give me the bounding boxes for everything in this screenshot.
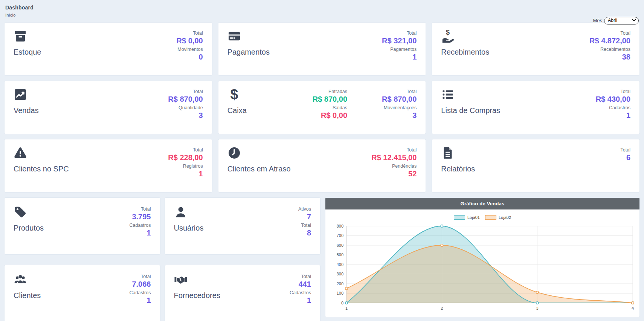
- stat-label: Total: [371, 147, 417, 153]
- card-title: Fornecedores: [174, 291, 220, 300]
- stat-value: R$ 870,00: [313, 95, 347, 104]
- stat-label: Movimentações: [384, 105, 417, 111]
- legend-item-loja02[interactable]: Loja02: [485, 215, 511, 220]
- stat-value: R$ 321,00: [382, 36, 417, 46]
- stat-label: Total: [132, 206, 151, 212]
- stat-column: TotalR$ 228,00Registros1: [168, 146, 203, 179]
- stat-value: 38: [600, 52, 630, 62]
- card-lista-de-compras[interactable]: Lista de ComprasTotalR$ 430,00Cadastros1: [432, 81, 639, 134]
- stat-label: Saídas: [321, 105, 347, 111]
- stat: Registros1: [183, 162, 203, 179]
- stat-value: 52: [392, 169, 417, 179]
- card-title: Usuários: [174, 224, 204, 232]
- stat-label: Total: [621, 147, 630, 153]
- chart-svg: 01002003004005006007008001234: [329, 222, 636, 315]
- stat-label: Pendências: [392, 163, 417, 169]
- stat-label: Total: [589, 30, 630, 36]
- card-stats: TotalR$ 228,00Registros1: [168, 146, 203, 185]
- stat-label: Cadastros: [130, 222, 151, 228]
- stat-label: Total: [168, 147, 203, 153]
- stat-label: Registros: [183, 163, 203, 169]
- stat: Cadastros1: [290, 289, 311, 305]
- stat: TotalR$ 321,00: [382, 29, 417, 46]
- stat-column: TotalR$ 321,00Pagamentos1: [382, 29, 417, 62]
- card-left: Vendas: [14, 88, 39, 127]
- stat: TotalR$ 12.415,00: [371, 146, 417, 162]
- stat-value: R$ 4.872,00: [589, 36, 630, 46]
- stat-value: R$ 870,00: [168, 95, 203, 104]
- card-left: $Caixa: [227, 88, 247, 127]
- stat-label: Pagamentos: [390, 46, 417, 52]
- card-stats: TotalR$ 4.872,00Recebimentos38: [589, 29, 630, 69]
- card-left: Usuários: [174, 205, 204, 247]
- card-clientes[interactable]: ClientesTotal7.066Cadastros1: [5, 265, 160, 321]
- legend-label: Loja02: [499, 215, 511, 220]
- stat: Cadastros1: [130, 289, 151, 305]
- handshake-icon: [174, 273, 188, 286]
- stat-column: Total7.066Cadastros1: [130, 273, 151, 305]
- card-left: Pagamentos: [227, 29, 270, 69]
- card-title: Clientes: [14, 291, 41, 300]
- stat: Quantidade3: [179, 104, 203, 120]
- card-left: Clientes no SPC: [14, 146, 69, 185]
- card-stats: TotalR$ 430,00Cadastros1: [596, 88, 630, 127]
- stat: TotalR$ 870,00: [382, 88, 417, 104]
- card-title: Produtos: [14, 224, 44, 232]
- stat-column: Total3.795Cadastros1: [130, 205, 151, 238]
- stat-label: Total: [177, 30, 203, 36]
- card-title: Caixa: [227, 106, 247, 115]
- legend-swatch: [454, 215, 465, 220]
- stat: Total7.066: [132, 273, 151, 289]
- stat: Recebimentos38: [600, 46, 630, 62]
- card-pagamentos[interactable]: PagamentosTotalR$ 321,00Pagamentos1: [218, 23, 426, 75]
- svg-text:600: 600: [337, 243, 343, 248]
- stat: TotalR$ 870,00: [168, 88, 203, 104]
- chart-line-icon: [14, 88, 27, 101]
- stat-value: 1: [130, 228, 151, 238]
- stat-value: R$ 870,00: [382, 95, 417, 104]
- stat-label: Total: [168, 89, 203, 95]
- chart-title: Gráfico de Vendas: [325, 198, 639, 209]
- card-caixa[interactable]: $CaixaEntradasR$ 870,00SaídasR$ 0,00Tota…: [218, 81, 426, 134]
- stat-value: 1: [390, 52, 417, 62]
- sales-area-chart: 01002003004005006007008001234: [329, 222, 636, 316]
- stat-column: TotalR$ 0,00Movimentos0: [177, 29, 203, 62]
- card-left: Lista de Compras: [441, 88, 500, 127]
- card-title: Estoque: [14, 48, 41, 57]
- card-title: Recebimentos: [441, 48, 489, 57]
- stat: TotalR$ 0,00: [177, 29, 203, 46]
- card-stats: Total441Cadastros1: [290, 273, 311, 314]
- card-relatorios[interactable]: RelatóriosTotal6: [432, 139, 639, 192]
- stat-label: Total: [301, 222, 311, 228]
- chart-legend: Loja01Loja02: [329, 214, 636, 221]
- card-recebimentos[interactable]: $RecebimentosTotalR$ 4.872,00Recebimento…: [432, 23, 639, 75]
- card-estoque[interactable]: EstoqueTotalR$ 0,00Movimentos0: [5, 23, 212, 75]
- card-left: Produtos: [14, 205, 44, 247]
- card-clientes-em-atraso[interactable]: Clientes em AtrasoTotalR$ 12.415,00Pendê…: [218, 139, 426, 192]
- card-title: Lista de Compras: [441, 106, 500, 115]
- card-fornecedores[interactable]: FornecedoresTotal441Cadastros1: [165, 265, 320, 321]
- legend-label: Loja01: [467, 215, 480, 220]
- legend-item-loja01[interactable]: Loja01: [454, 215, 480, 220]
- card-left: Fornecedores: [174, 273, 220, 314]
- stat-value: 1: [290, 296, 311, 305]
- card-clientes-no-spc[interactable]: Clientes no SPCTotalR$ 228,00Registros1: [5, 139, 212, 192]
- card-vendas[interactable]: VendasTotalR$ 870,00Quantidade3: [5, 81, 212, 134]
- card-produtos[interactable]: ProdutosTotal3.795Cadastros1: [5, 198, 160, 254]
- stat-column: EntradasR$ 870,00SaídasR$ 0,00: [313, 88, 347, 120]
- stat: Total441: [299, 273, 311, 289]
- card-usuarios[interactable]: UsuáriosAtivos7Total8: [165, 198, 320, 254]
- stat-value: 1: [609, 111, 630, 120]
- stat-label: Movimentos: [177, 46, 203, 52]
- card-stats: Total7.066Cadastros1: [130, 273, 151, 314]
- month-select[interactable]: Abril: [604, 17, 639, 24]
- stat-column: TotalR$ 870,00Movimentações3: [382, 88, 417, 120]
- stat-value: 1: [183, 169, 203, 179]
- svg-text:400: 400: [337, 262, 343, 267]
- stat-value: 7: [298, 212, 311, 222]
- stat-value: 441: [299, 280, 311, 289]
- card-stats: TotalR$ 321,00Pagamentos1: [382, 29, 417, 69]
- stat-label: Recebimentos: [600, 46, 630, 52]
- stat-label: Ativos: [298, 206, 311, 212]
- triangle-exclamation-icon: [14, 146, 27, 160]
